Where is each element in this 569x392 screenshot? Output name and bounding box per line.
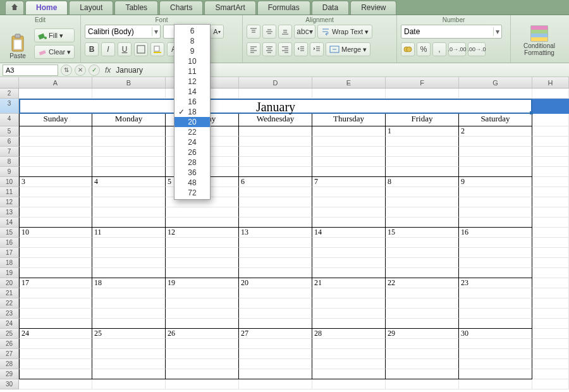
cell[interactable] xyxy=(166,339,239,349)
selection-handle[interactable] xyxy=(530,111,533,114)
cell[interactable] xyxy=(386,197,459,207)
cell[interactable] xyxy=(92,167,166,177)
cell[interactable] xyxy=(312,248,386,258)
cell[interactable]: 16 xyxy=(459,228,532,238)
row-header[interactable]: 10 xyxy=(0,177,19,187)
col-H[interactable]: H xyxy=(532,77,569,88)
cell[interactable] xyxy=(92,217,166,228)
cell[interactable] xyxy=(532,228,569,238)
cell[interactable] xyxy=(532,369,569,379)
cell[interactable] xyxy=(386,147,459,157)
shrink-font-button[interactable]: A▾ xyxy=(210,25,224,39)
font-size-option[interactable]: 18 xyxy=(174,107,210,117)
cell[interactable] xyxy=(239,319,312,329)
indent-button[interactable] xyxy=(310,42,324,56)
cancel-icon[interactable]: ✕ xyxy=(75,64,86,76)
tab-home[interactable]: Home xyxy=(25,1,68,15)
row-header[interactable]: 30 xyxy=(0,379,19,389)
cell[interactable] xyxy=(532,298,569,309)
cell[interactable] xyxy=(19,248,92,258)
cell[interactable] xyxy=(166,217,239,228)
row-header[interactable]: 7 xyxy=(0,147,19,157)
cell[interactable]: 30 xyxy=(459,329,532,339)
name-box[interactable] xyxy=(3,64,58,76)
cell[interactable] xyxy=(166,349,239,359)
number-format-combo[interactable]: ▾ xyxy=(401,25,502,39)
cell[interactable] xyxy=(532,99,569,114)
row-header[interactable]: 6 xyxy=(0,137,19,147)
cell[interactable] xyxy=(532,278,569,288)
cell[interactable] xyxy=(312,339,386,349)
cell[interactable] xyxy=(386,298,459,309)
cell[interactable] xyxy=(239,359,312,369)
outdent-button[interactable] xyxy=(294,42,308,56)
cell[interactable]: 19 xyxy=(166,278,239,288)
cell[interactable] xyxy=(92,349,166,359)
cell[interactable] xyxy=(312,258,386,268)
align-top-button[interactable] xyxy=(247,25,260,39)
row-header[interactable]: 13 xyxy=(0,207,19,217)
row-header[interactable]: 22 xyxy=(0,298,19,309)
cell[interactable] xyxy=(532,114,569,126)
row-header[interactable]: 25 xyxy=(0,329,19,339)
cell[interactable] xyxy=(19,238,92,248)
cell[interactable] xyxy=(239,147,312,157)
cell[interactable] xyxy=(239,207,312,217)
cell[interactable] xyxy=(239,349,312,359)
cell[interactable] xyxy=(386,167,459,177)
cell[interactable] xyxy=(166,298,239,309)
cell[interactable] xyxy=(166,288,239,298)
cell[interactable] xyxy=(459,258,532,268)
font-size-option[interactable]: 20 xyxy=(174,117,210,127)
cell[interactable] xyxy=(312,238,386,248)
cell[interactable]: 11 xyxy=(92,228,166,238)
cell[interactable]: 24 xyxy=(19,329,92,339)
cell[interactable] xyxy=(92,238,166,248)
align-center-button[interactable] xyxy=(262,42,276,56)
cell[interactable] xyxy=(532,177,569,187)
row-header[interactable]: 21 xyxy=(0,288,19,298)
cell[interactable] xyxy=(92,147,166,157)
chevron-down-icon[interactable]: ▾ xyxy=(152,27,160,36)
tab-formulas[interactable]: Formulas xyxy=(257,1,310,15)
cell[interactable] xyxy=(166,258,239,268)
currency-button[interactable] xyxy=(401,42,415,56)
cell[interactable] xyxy=(459,207,532,217)
cell[interactable] xyxy=(532,167,569,177)
row-header[interactable]: 4 xyxy=(0,114,19,126)
align-middle-button[interactable] xyxy=(262,25,276,39)
cell[interactable] xyxy=(239,248,312,258)
cell[interactable] xyxy=(166,238,239,248)
row-header[interactable]: 27 xyxy=(0,349,19,359)
cell[interactable] xyxy=(166,369,239,379)
row-header[interactable]: 26 xyxy=(0,339,19,349)
cell[interactable] xyxy=(92,258,166,268)
cell[interactable] xyxy=(386,268,459,278)
row-header[interactable]: 15 xyxy=(0,228,19,238)
cell[interactable] xyxy=(19,217,92,228)
cell[interactable] xyxy=(459,187,532,197)
font-family-input[interactable] xyxy=(85,27,152,36)
cell[interactable] xyxy=(532,197,569,207)
cell[interactable] xyxy=(312,89,386,99)
cell[interactable]: 22 xyxy=(386,278,459,288)
tab-charts[interactable]: Charts xyxy=(159,1,203,15)
cell[interactable] xyxy=(19,89,92,99)
cell[interactable] xyxy=(92,137,166,147)
percent-button[interactable]: % xyxy=(417,42,431,56)
cell[interactable] xyxy=(312,126,386,137)
cell[interactable] xyxy=(386,238,459,248)
cell[interactable] xyxy=(19,167,92,177)
cell[interactable] xyxy=(19,319,92,329)
cell[interactable] xyxy=(166,309,239,319)
tab-data[interactable]: Data xyxy=(312,1,349,15)
cell[interactable] xyxy=(239,187,312,197)
cell[interactable]: 18 xyxy=(92,278,166,288)
cell[interactable] xyxy=(386,319,459,329)
cell[interactable] xyxy=(459,197,532,207)
cell[interactable]: 4 xyxy=(92,177,166,187)
col-B[interactable]: B xyxy=(92,77,166,88)
cell[interactable] xyxy=(386,157,459,167)
cell[interactable] xyxy=(92,339,166,349)
cell[interactable]: 23 xyxy=(459,278,532,288)
